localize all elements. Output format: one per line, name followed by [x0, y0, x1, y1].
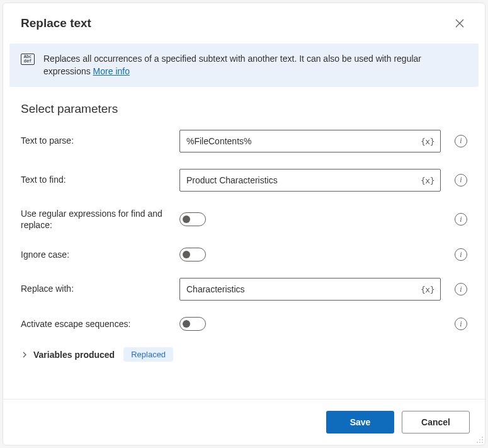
text-to-find-input[interactable] — [179, 169, 441, 192]
label-use-regex: Use regular expressions for find and rep… — [21, 208, 172, 232]
row-ignore-case: Ignore case: i — [21, 248, 467, 261]
text-to-parse-input[interactable] — [179, 130, 441, 152]
row-activate-escape: Activate escape sequences: i — [21, 317, 467, 331]
ignore-case-toggle[interactable] — [179, 248, 206, 261]
close-button[interactable] — [450, 13, 470, 33]
svg-point-0 — [482, 437, 483, 438]
use-regex-toggle[interactable] — [179, 212, 206, 226]
label-text-to-find: Text to find: — [21, 169, 172, 186]
info-icon[interactable]: i — [455, 283, 467, 296]
svg-point-5 — [482, 442, 483, 443]
row-use-regex: Use regular expressions for find and rep… — [21, 208, 467, 232]
row-replace-with: Replace with: {x} i — [21, 278, 467, 301]
variables-produced-label: Variables produced — [33, 350, 115, 360]
replace-with-input[interactable] — [179, 278, 441, 301]
variable-picker-icon[interactable]: {x} — [418, 174, 437, 186]
row-text-to-parse: Text to parse: {x} i — [21, 130, 467, 152]
resize-grip-icon[interactable] — [475, 435, 484, 444]
section-title: Select parameters — [21, 102, 467, 116]
svg-point-2 — [482, 439, 483, 440]
row-text-to-find: Text to find: {x} i — [21, 169, 467, 192]
label-ignore-case: Ignore case: — [21, 249, 172, 261]
label-replace-with: Replace with: — [21, 278, 172, 295]
dialog-header: Replace text — [3, 3, 485, 38]
variable-pill[interactable]: Replaced — [123, 347, 173, 362]
info-banner-text: Replaces all occurrences of a specified … — [43, 52, 463, 78]
replace-text-dialog: Replace text Abc def Replaces all occurr… — [3, 3, 485, 445]
label-text-to-parse: Text to parse: — [21, 130, 172, 147]
info-icon[interactable]: i — [455, 135, 467, 147]
svg-point-3 — [477, 442, 478, 443]
close-icon — [455, 19, 464, 28]
info-icon[interactable]: i — [455, 174, 467, 187]
info-icon[interactable]: i — [455, 213, 467, 226]
activate-escape-toggle[interactable] — [179, 317, 206, 331]
svg-point-1 — [479, 439, 480, 440]
dialog-title: Replace text — [21, 16, 91, 30]
variable-picker-icon[interactable]: {x} — [418, 135, 437, 147]
text-replace-icon: Abc def — [21, 54, 35, 65]
chevron-right-icon[interactable] — [21, 351, 28, 359]
svg-point-4 — [479, 442, 480, 443]
label-activate-escape: Activate escape sequences: — [21, 318, 172, 330]
variable-picker-icon[interactable]: {x} — [418, 284, 437, 296]
dialog-footer: Save Cancel — [3, 399, 485, 445]
info-banner: Abc def Replaces all occurrences of a sp… — [9, 43, 479, 87]
cancel-button[interactable]: Cancel — [402, 411, 470, 434]
dialog-content: Select parameters Text to parse: {x} i T… — [3, 87, 485, 399]
more-info-link[interactable]: More info — [93, 66, 130, 76]
info-icon[interactable]: i — [455, 248, 467, 261]
variables-produced-row[interactable]: Variables produced Replaced — [21, 347, 467, 362]
info-icon[interactable]: i — [455, 318, 467, 330]
save-button[interactable]: Save — [326, 411, 394, 434]
